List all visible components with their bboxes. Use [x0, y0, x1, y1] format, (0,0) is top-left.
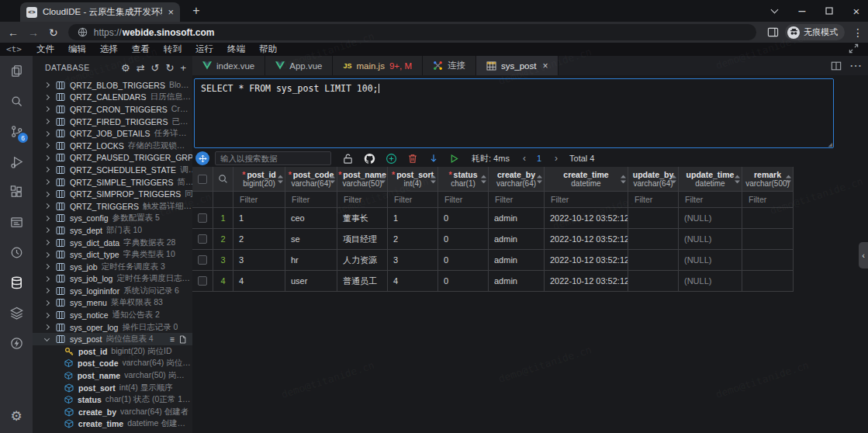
more-actions-icon[interactable]: ⋯	[849, 58, 862, 73]
sort-icon[interactable]	[380, 175, 386, 183]
tree-table-row[interactable]: QRTZ_SIMPROP_TRIGGERS 同步机... ≡	[33, 188, 192, 200]
tree-table-row[interactable]: sys_job 定时任务调度表 3 ≡	[33, 261, 192, 273]
panel-collapse-handle[interactable]: ‹	[859, 242, 868, 268]
browser-tab[interactable]: <> CloudIDE - 云原生集成开发环境 ×	[20, 2, 180, 22]
chevron-icon[interactable]	[44, 300, 50, 306]
chevron-icon[interactable]	[44, 324, 50, 330]
menu-item[interactable]: 运行	[188, 43, 220, 55]
filter-input[interactable]: Filter	[742, 192, 794, 208]
menu-item[interactable]: 帮助	[252, 43, 284, 55]
column-header[interactable]: *status char(1)	[438, 167, 489, 192]
unlock-icon[interactable]	[342, 153, 354, 165]
sort-icon[interactable]	[786, 175, 791, 183]
db-sync-icon[interactable]: ⇄	[137, 63, 145, 73]
tree-table-row[interactable]: sys_menu 菜单权限表 83 ≡	[33, 297, 192, 310]
chevron-icon[interactable]	[44, 167, 50, 172]
column-header[interactable]: *post_id bigint(20)	[233, 167, 285, 192]
filter-input[interactable]: Filter	[489, 192, 545, 208]
filter-input[interactable]: Filter	[438, 192, 489, 208]
tree-field-row[interactable]: post_id bigint(20) 岗位ID	[33, 345, 192, 358]
db-settings-icon[interactable]: ⚙	[121, 63, 130, 73]
table-row[interactable]: 2 2 se 项目经理 2 0 admin 2022-10-12 03:52:1…	[192, 229, 793, 250]
tab-close-icon[interactable]: ×	[542, 61, 548, 71]
tree-table-row[interactable]: QRTZ_SIMPLE_TRIGGERS 简单触发... ≡	[33, 176, 192, 189]
window-menu-button[interactable]	[761, 0, 787, 22]
side-panel-button[interactable]	[767, 26, 779, 38]
tab-connection[interactable]: 连接	[423, 56, 476, 75]
column-header[interactable]: *update_by varchar(64)	[628, 167, 679, 192]
filter-input[interactable]: Filter	[545, 192, 628, 208]
database-icon[interactable]	[0, 268, 33, 298]
tree-field-row[interactable]: status char(1) 状态 (0正常 1停用)	[33, 393, 192, 406]
row-checkbox[interactable]	[198, 213, 207, 223]
tab-app-vue[interactable]: App.vue	[265, 56, 333, 75]
run-query-icon[interactable]	[449, 153, 459, 165]
filter-input[interactable]: Filter	[628, 192, 679, 208]
sort-icon[interactable]	[537, 175, 542, 183]
sql-editor[interactable]: SELECT * FROM sys_post LIMIT 100; ◢	[194, 78, 834, 148]
tree-table-row[interactable]: sys_post 岗位信息表 4 ≡	[33, 333, 192, 345]
forward-button[interactable]: →	[23, 26, 43, 39]
tree-table-row[interactable]: sys_notice 通知公告表 2 ≡	[33, 309, 192, 321]
sort-icon[interactable]	[621, 175, 626, 183]
github-icon[interactable]	[364, 153, 375, 165]
window-minimize-button[interactable]: –	[789, 0, 815, 22]
fullscreen-button[interactable]	[849, 43, 859, 54]
menu-item[interactable]: 文件	[29, 43, 61, 55]
chevron-icon[interactable]	[44, 106, 50, 112]
sort-icon[interactable]	[481, 175, 486, 183]
row-checkbox[interactable]	[198, 234, 207, 244]
new-tab-button[interactable]: +	[188, 3, 204, 19]
chevron-icon[interactable]	[44, 192, 50, 197]
download-icon[interactable]	[428, 153, 439, 165]
row-checkbox[interactable]	[198, 255, 207, 265]
sort-icon[interactable]	[671, 175, 676, 183]
table-row[interactable]: 1 1 ceo 董事长 1 0 admin 2022-10-12 03:52:1…	[192, 208, 793, 229]
chevron-icon[interactable]	[44, 252, 50, 258]
chevron-icon[interactable]	[44, 288, 50, 293]
sort-icon[interactable]	[330, 175, 335, 183]
tree-table-row[interactable]: QRTZ_CRON_TRIGGERS Cron类型... ≡	[33, 103, 192, 116]
db-add-icon[interactable]: +	[180, 63, 186, 73]
tree-field-row[interactable]: post_code varchar(64) 岗位编码	[33, 358, 192, 370]
file-icon[interactable]	[179, 335, 186, 344]
tree-table-row[interactable]: QRTZ_TRIGGERS 触发器详细信息表 3 ≡	[33, 200, 192, 213]
column-header[interactable]: *post_name varchar(50)	[337, 167, 388, 192]
extensions-icon[interactable]	[0, 177, 33, 207]
lightning-icon[interactable]	[0, 328, 33, 359]
chevron-icon[interactable]	[44, 276, 50, 282]
chevron-icon[interactable]	[44, 203, 50, 209]
next-page-icon[interactable]: ›	[555, 153, 558, 164]
tree-table-row[interactable]: QRTZ_LOCKS 存储的悲观锁信息表 2 ≡	[33, 140, 192, 152]
chevron-icon[interactable]	[44, 264, 50, 269]
db-refresh-icon[interactable]: ↻	[166, 63, 175, 73]
window-maximize-button[interactable]	[816, 0, 842, 22]
select-all-cell[interactable]	[192, 167, 213, 192]
tree-table-row[interactable]: sys_oper_log 操作日志记录 0 ≡	[33, 321, 192, 334]
tree-table-row[interactable]: sys_job_log 定时任务调度日志表 0 ≡	[33, 273, 192, 286]
sort-icon[interactable]	[431, 175, 436, 183]
column-header[interactable]: *remark varchar(500)	[742, 167, 794, 192]
menu-item[interactable]: 编辑	[61, 43, 93, 55]
tree-field-row[interactable]: post_sort int(4) 显示顺序	[33, 382, 192, 394]
preview-icon[interactable]	[0, 207, 33, 237]
tree-table-row[interactable]: QRTZ_CALENDARS 日历信息表 0 ≡	[33, 92, 192, 104]
tree-table-row[interactable]: sys_logininfor 系统访问记录 6 ≡	[33, 285, 192, 297]
tab-close-icon[interactable]: ×	[168, 7, 174, 17]
address-bar[interactable]: https:// webide.sinosoft.com	[68, 24, 756, 40]
chevron-icon[interactable]	[44, 131, 50, 137]
browser-menu-button[interactable]: ⋮	[848, 26, 868, 39]
tree-table-row[interactable]: sys_dict_data 字典数据表 28 ≡	[33, 237, 192, 249]
tree-table-row[interactable]: QRTZ_SCHEDULER_STATE 调度器状... ≡	[33, 164, 192, 176]
layers-icon[interactable]	[0, 298, 33, 328]
table-row[interactable]: 3 3 hr 人力资源 3 0 admin 2022-10-12 03:52:1…	[192, 250, 793, 271]
chevron-icon[interactable]	[44, 227, 50, 233]
filter-input[interactable]: Filter	[233, 192, 285, 208]
tree-table-row[interactable]: sys_config 参数配置表 5 ≡	[33, 213, 192, 225]
column-header[interactable]: *post_code varchar(64)	[285, 167, 337, 192]
filter-input[interactable]: Filter	[337, 192, 388, 208]
row-select-cell[interactable]	[192, 208, 213, 229]
delete-icon[interactable]	[407, 153, 418, 165]
column-header[interactable]: *post_sort int(4)	[388, 167, 438, 192]
page-number[interactable]: 1	[537, 154, 541, 163]
